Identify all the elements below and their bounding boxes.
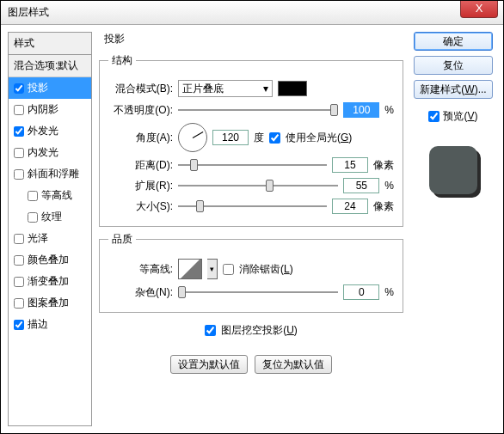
shadow-color-swatch[interactable] xyxy=(278,81,307,96)
structure-legend: 结构 xyxy=(108,53,136,68)
contour-picker[interactable] xyxy=(178,259,202,279)
style-checkbox-1[interactable] xyxy=(14,105,24,115)
style-label: 颜色叠加 xyxy=(28,253,69,267)
style-label: 图案叠加 xyxy=(28,296,69,310)
sidebar-item-10[interactable]: 图案叠加 xyxy=(9,292,91,314)
size-input[interactable] xyxy=(332,199,368,214)
preview-shape xyxy=(429,146,477,194)
style-checkbox-4[interactable] xyxy=(14,169,24,180)
preview-box xyxy=(421,138,486,203)
spread-slider[interactable] xyxy=(178,178,338,193)
sidebar-item-7[interactable]: 光泽 xyxy=(9,228,91,249)
style-checkbox-3[interactable] xyxy=(14,148,24,158)
reset-default-button[interactable]: 复位为默认值 xyxy=(255,355,332,374)
sidebar-item-11[interactable]: 描边 xyxy=(9,314,91,335)
angle-unit: 度 xyxy=(254,131,264,145)
sidebar-item-3[interactable]: 内发光 xyxy=(9,142,91,163)
window-title: 图层样式 xyxy=(8,5,49,20)
style-label: 内阴影 xyxy=(28,102,58,117)
style-label: 投影 xyxy=(28,81,48,95)
right-panel: 确定 复位 新建样式(W)... 预览(V) xyxy=(410,32,496,426)
distance-unit: 像素 xyxy=(373,158,394,173)
noise-unit: % xyxy=(384,286,394,298)
contour-dropdown[interactable]: ▾ xyxy=(207,259,218,279)
opacity-label: 不透明度(O): xyxy=(108,103,173,118)
style-checkbox-11[interactable] xyxy=(14,320,24,330)
sidebar-item-2[interactable]: 外发光 xyxy=(9,120,91,142)
layer-style-dialog: 图层样式 X 样式 混合选项:默认 投影内阴影外发光内发光斜面和浮雕等高线纹理光… xyxy=(0,0,504,434)
noise-slider[interactable] xyxy=(178,284,338,300)
angle-input[interactable] xyxy=(212,130,249,145)
style-checkbox-10[interactable] xyxy=(14,298,24,309)
style-checkbox-6[interactable] xyxy=(28,212,38,223)
quality-legend: 品质 xyxy=(108,232,136,247)
style-label: 等高线 xyxy=(41,188,72,203)
style-label: 纹理 xyxy=(41,210,62,224)
sidebar-header: 样式 xyxy=(9,33,91,55)
style-checkbox-7[interactable] xyxy=(14,234,24,244)
chevron-down-icon: ▾ xyxy=(263,83,268,95)
new-style-button[interactable]: 新建样式(W)... xyxy=(414,80,493,99)
sidebar-item-0[interactable]: 投影 xyxy=(9,77,91,99)
knockout-checkbox[interactable] xyxy=(205,325,216,336)
opacity-input[interactable] xyxy=(343,102,379,118)
quality-group: 品质 等高线: ▾ 消除锯齿(L) 杂色(N): % xyxy=(99,232,403,313)
ok-button[interactable]: 确定 xyxy=(414,32,493,51)
sidebar-item-1[interactable]: 内阴影 xyxy=(9,99,91,120)
knockout-label: 图层挖空投影(U) xyxy=(221,323,298,338)
style-checkbox-5[interactable] xyxy=(28,191,38,201)
effect-heading: 投影 xyxy=(99,32,403,46)
distance-input[interactable] xyxy=(332,157,368,173)
style-checkbox-0[interactable] xyxy=(14,83,24,94)
style-checkbox-8[interactable] xyxy=(14,255,24,266)
style-label: 描边 xyxy=(28,317,48,332)
spread-input[interactable] xyxy=(343,178,379,193)
blend-mode-select[interactable]: 正片叠底 ▾ xyxy=(178,80,273,97)
main-panel: 投影 结构 混合模式(B): 正片叠底 ▾ 不透明度(O): % xyxy=(99,32,403,426)
preview-label: 预览(V) xyxy=(443,109,477,124)
spread-label: 扩展(R): xyxy=(108,179,173,193)
sidebar-item-8[interactable]: 颜色叠加 xyxy=(9,249,91,271)
angle-label: 角度(A): xyxy=(108,131,173,145)
size-label: 大小(S): xyxy=(108,199,173,214)
styles-sidebar: 样式 混合选项:默认 投影内阴影外发光内发光斜面和浮雕等高线纹理光泽颜色叠加渐变… xyxy=(8,32,92,426)
titlebar: 图层样式 X xyxy=(1,1,503,25)
antialias-label: 消除锯齿(L) xyxy=(239,262,293,277)
dialog-content: 样式 混合选项:默认 投影内阴影外发光内发光斜面和浮雕等高线纹理光泽颜色叠加渐变… xyxy=(1,25,503,433)
structure-group: 结构 混合模式(B): 正片叠底 ▾ 不透明度(O): % 角度( xyxy=(99,53,403,227)
blending-options-row[interactable]: 混合选项:默认 xyxy=(9,55,91,77)
opacity-slider[interactable] xyxy=(178,102,338,118)
distance-label: 距离(D): xyxy=(108,158,173,173)
style-checkbox-2[interactable] xyxy=(14,126,24,137)
sidebar-item-6[interactable]: 纹理 xyxy=(9,206,91,228)
distance-slider[interactable] xyxy=(178,157,327,173)
size-slider[interactable] xyxy=(178,199,327,214)
contour-label: 等高线: xyxy=(108,262,173,277)
style-label: 内发光 xyxy=(28,145,58,160)
size-unit: 像素 xyxy=(373,199,394,214)
blend-mode-label: 混合模式(B): xyxy=(108,82,173,96)
angle-dial[interactable] xyxy=(178,123,207,152)
style-label: 渐变叠加 xyxy=(28,274,69,289)
global-light-checkbox[interactable] xyxy=(269,132,280,144)
close-button[interactable]: X xyxy=(460,1,498,18)
noise-label: 杂色(N): xyxy=(108,285,173,300)
style-checkbox-9[interactable] xyxy=(14,277,24,287)
global-light-label: 使用全局光(G) xyxy=(286,131,352,145)
noise-input[interactable] xyxy=(343,284,379,300)
style-label: 斜面和浮雕 xyxy=(28,167,79,181)
sidebar-item-9[interactable]: 渐变叠加 xyxy=(9,271,91,292)
preview-checkbox[interactable] xyxy=(428,111,439,122)
style-label: 外发光 xyxy=(28,124,58,138)
sidebar-item-4[interactable]: 斜面和浮雕 xyxy=(9,163,91,185)
opacity-unit: % xyxy=(384,104,394,116)
set-default-button[interactable]: 设置为默认值 xyxy=(170,355,248,374)
cancel-button[interactable]: 复位 xyxy=(414,56,493,75)
antialias-checkbox[interactable] xyxy=(223,264,234,275)
spread-unit: % xyxy=(384,180,394,192)
sidebar-item-5[interactable]: 等高线 xyxy=(9,185,91,206)
style-label: 光泽 xyxy=(28,231,48,246)
